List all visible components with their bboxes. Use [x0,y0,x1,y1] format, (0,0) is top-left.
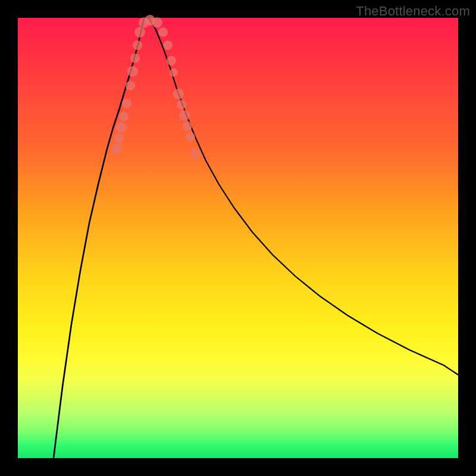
data-point [163,40,173,50]
plot-area [18,18,458,458]
data-point [186,132,195,142]
data-point [183,121,192,131]
data-point [130,54,140,63]
data-point [126,81,135,90]
data-point [133,40,142,50]
data-point [170,68,178,77]
curve-layer [18,18,458,458]
data-point [173,89,184,99]
data-point [152,17,162,28]
data-point [179,110,190,121]
data-point [158,27,168,37]
data-point [177,100,186,109]
data-point [134,27,145,37]
data-point [111,143,122,154]
curve-right-branch [149,18,458,375]
data-point [114,133,124,143]
data-point [190,149,200,158]
data-point [127,66,138,77]
data-point [122,99,131,108]
data-point [167,56,176,65]
data-point [116,122,127,133]
chart-frame: TheBottleneck.com [0,0,476,476]
data-point [119,112,129,121]
watermark-text: TheBottleneck.com [356,4,470,19]
data-markers [111,15,200,158]
